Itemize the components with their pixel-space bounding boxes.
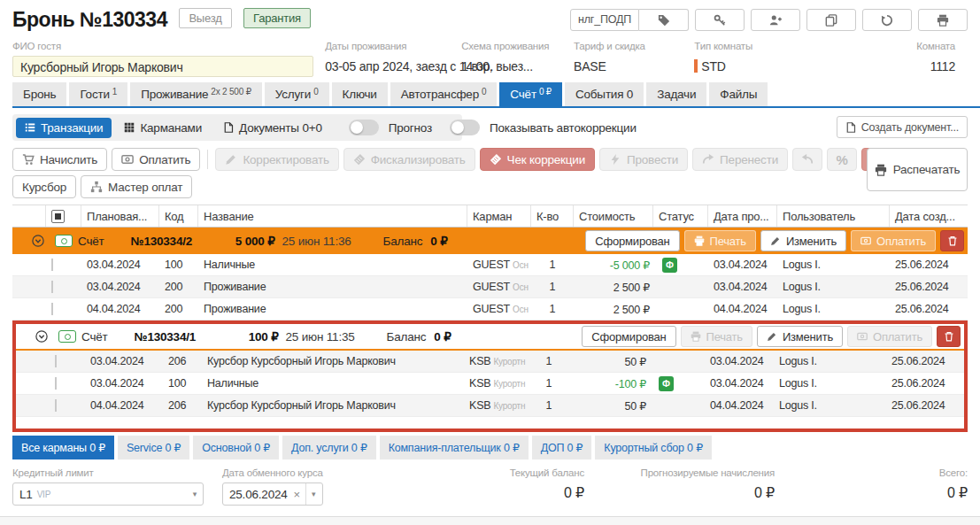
print-button[interactable]: [918, 9, 968, 31]
key-button[interactable]: [695, 9, 745, 31]
col-pocket: Карман: [467, 205, 531, 227]
guest-name-field[interactable]: Курсборный Игорь Маркович: [12, 56, 313, 77]
room-type-value: STD: [701, 59, 725, 73]
transactions-view-button[interactable]: Транзакции: [16, 118, 112, 138]
pocket-tab-company-payer[interactable]: Компания-плательщик 0 ₽: [380, 436, 529, 459]
forecast-toggle[interactable]: [349, 120, 379, 135]
pencil-icon: [770, 235, 781, 246]
collapse-group-button[interactable]: [35, 330, 48, 343]
col-select: [46, 205, 81, 227]
balance-label: Баланс: [383, 235, 423, 248]
tab-files[interactable]: Файлы: [709, 82, 768, 106]
invoice-amount: 5 000 ₽: [224, 234, 275, 248]
tab-booking[interactable]: Бронь: [12, 82, 66, 106]
transfer-button[interactable]: Перенести: [692, 148, 788, 171]
undo-button[interactable]: [792, 148, 822, 171]
invoice-pay-button[interactable]: Оплатить: [851, 230, 936, 251]
invoice-pay-button[interactable]: Оплатить: [847, 326, 932, 347]
view-toolbar: Транзакции Карманами Документы 0+0 Прогн…: [12, 114, 968, 141]
occupancy-value: 1 взр.: [461, 56, 561, 77]
tab-keys[interactable]: Ключи: [332, 82, 388, 106]
invoice-print-button[interactable]: Печать: [681, 326, 752, 347]
invoice-group-header[interactable]: Счёт №130334/1 100 ₽ 25 июн 11:35 Баланс…: [16, 324, 964, 351]
invoice-label: Счёт: [81, 330, 108, 344]
pocket-tab-dop[interactable]: ДОП 0 ₽: [532, 436, 592, 459]
row-checkbox[interactable]: [51, 281, 53, 293]
key-icon: [714, 14, 726, 27]
pocket-tab-all[interactable]: Все карманы 0 ₽: [12, 436, 114, 459]
history-icon: [881, 14, 893, 27]
invoice-number: №130334/2: [131, 235, 224, 248]
correction-check-button[interactable]: Чек коррекции: [480, 148, 595, 171]
fiscal-badge: Ф: [662, 258, 677, 273]
add-guest-button[interactable]: [751, 9, 800, 31]
document-icon: [845, 122, 856, 133]
row-checkbox[interactable]: [55, 377, 57, 390]
bottom-scroll-strip[interactable]: [0, 516, 980, 525]
undo-arrow-icon: [801, 153, 814, 166]
tab-transfer[interactable]: Автотрансфер0: [390, 82, 498, 106]
cash-icon: [860, 235, 871, 246]
pocket-tab-extra-services[interactable]: Доп. услуги 0 ₽: [282, 436, 376, 459]
pocket-tab-main[interactable]: Основной 0 ₽: [193, 436, 279, 459]
pocket-tab-service[interactable]: Service 0 ₽: [118, 436, 189, 459]
exchange-date-picker[interactable]: 25.06.2024 × ▾: [222, 483, 323, 506]
row-checkbox[interactable]: [51, 259, 53, 271]
kursbor-button[interactable]: Курсбор: [12, 175, 76, 198]
row-checkbox[interactable]: [55, 355, 57, 367]
account-footer: Кредитный лимит L1 VIP ▾ Дата обменного …: [12, 467, 968, 510]
correct-button[interactable]: Корректировать: [215, 148, 338, 171]
row-checkbox[interactable]: [51, 303, 53, 315]
copy-button[interactable]: [806, 9, 856, 31]
transaction-row[interactable]: 03.04.2024 206 Курсбор Курсборный Игорь …: [16, 351, 964, 373]
pockets-view-button[interactable]: Карманами: [115, 118, 211, 138]
print-list-button[interactable]: Распечатать: [867, 148, 968, 191]
invoice-group-header[interactable]: Счёт №130334/2 5 000 ₽ 25 июн 11:36 Бала…: [12, 228, 968, 254]
charge-button[interactable]: Начислить: [12, 148, 107, 171]
select-all-checkbox[interactable]: [51, 210, 65, 223]
pay-button[interactable]: Оплатить: [112, 148, 200, 171]
row-checkbox[interactable]: [55, 399, 57, 412]
invoice-delete-button[interactable]: [937, 326, 961, 347]
tags-control[interactable]: нлг_ПОДП: [570, 9, 689, 31]
transaction-row[interactable]: 03.04.2024 100 Наличные GUESTОсн 1 -5 00…: [12, 254, 968, 276]
tab-guests[interactable]: Гости1: [69, 82, 127, 106]
tab-account[interactable]: Счёт0 ₽: [499, 82, 562, 106]
invoice-print-button[interactable]: Печать: [684, 230, 756, 251]
collapse-group-button[interactable]: [32, 235, 44, 247]
transaction-row[interactable]: 03.04.2024 200 Проживание GUESTОсн 1 2 5…: [12, 276, 968, 298]
create-document-button[interactable]: Создать документ...: [837, 116, 968, 138]
col-op-date: Дата про...: [708, 205, 777, 227]
credit-limit-select[interactable]: L1 VIP ▾: [12, 483, 204, 506]
calendar-dropdown-button[interactable]: ▾: [305, 483, 320, 505]
invoice-edit-button[interactable]: Изменить: [760, 230, 846, 251]
invoice-edit-button[interactable]: Изменить: [757, 326, 843, 347]
tab-tasks[interactable]: Задачи: [646, 82, 706, 106]
tab-accommodation[interactable]: Проживание2x 2 500 ₽: [130, 82, 262, 106]
transaction-row[interactable]: 04.04.2024 206 Курсбор Курсборный Игорь …: [16, 395, 964, 417]
transaction-row[interactable]: 03.04.2024 100 Наличные KSBКурортн 1 -10…: [16, 373, 964, 395]
exchange-date-value: 25.06.2024: [229, 488, 288, 501]
forecast-charges-label: Прогнозируемые начисления: [641, 467, 775, 478]
tab-events[interactable]: События 0: [565, 82, 644, 106]
fiscalize-button[interactable]: Фискализировать: [343, 148, 475, 171]
transaction-row[interactable]: 04.04.2024 200 Проживание GUESTОсн 1 2 5…: [12, 298, 968, 320]
invoice-status-button[interactable]: Сформирован: [585, 230, 679, 251]
autocorrections-toggle[interactable]: [450, 120, 480, 135]
invoice-delete-button[interactable]: [940, 230, 964, 251]
redo-arrow-icon: [702, 153, 714, 166]
history-button[interactable]: [862, 9, 912, 31]
payment-master-button[interactable]: Мастер оплат: [81, 175, 192, 198]
tag-button[interactable]: [639, 9, 689, 31]
clear-icon[interactable]: ×: [294, 488, 300, 501]
chevron-down-circle-icon: [35, 330, 48, 343]
invoice-status-button[interactable]: Сформирован: [582, 326, 675, 347]
post-button[interactable]: Провести: [599, 148, 688, 171]
invoice-number: №130334/1: [135, 330, 228, 344]
col-status: Статус: [653, 205, 708, 227]
col-created: Дата созд...: [890, 205, 968, 227]
discount-button[interactable]: %: [827, 148, 857, 171]
pocket-tab-resort-fee[interactable]: Курортный сбор 0 ₽: [595, 436, 712, 459]
documents-view-button[interactable]: Документы 0+0: [214, 118, 331, 138]
tab-services[interactable]: Услуги0: [265, 82, 329, 106]
